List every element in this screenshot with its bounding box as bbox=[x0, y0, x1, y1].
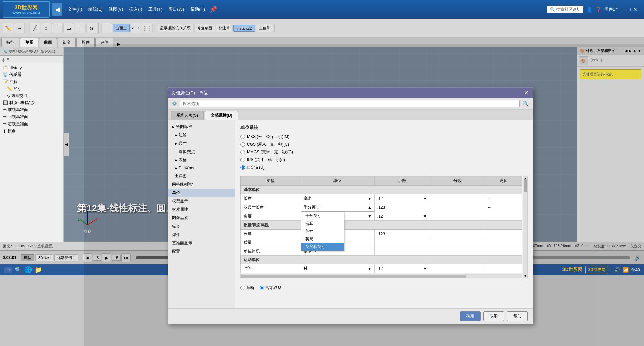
cell-length-unit[interactable]: 毫米 ▼ bbox=[301, 194, 374, 203]
tab-document-props[interactable]: 文档属性(D) bbox=[205, 111, 238, 120]
dlg-item-grid[interactable]: 网格线/捕捉 bbox=[168, 180, 235, 189]
tree-item-history[interactable]: 📋 History bbox=[0, 65, 63, 71]
radio-input-mks[interactable] bbox=[240, 135, 245, 139]
dlg-item-sheetmetal[interactable]: 钣金 bbox=[168, 222, 235, 231]
tree-item-annotation[interactable]: 📝 注解 bbox=[0, 78, 63, 85]
radio-input-truncate[interactable] bbox=[240, 286, 245, 290]
search-community[interactable]: 🔍 搜索社区论坛 bbox=[547, 6, 583, 13]
filter-icon[interactable]: ⏚ bbox=[2, 57, 5, 62]
time-decimal-arrow[interactable]: ▼ bbox=[423, 266, 427, 271]
radio-input-custom[interactable] bbox=[240, 165, 245, 170]
surface-tab[interactable]: 曲面上 bbox=[113, 24, 130, 32]
taskbar-search-icon[interactable]: 🔍 bbox=[15, 267, 22, 273]
menu-window[interactable]: 窗口(W) bbox=[166, 5, 187, 14]
scroll-down-btn[interactable]: ▼ bbox=[524, 274, 527, 278]
text-btn[interactable]: T bbox=[75, 23, 86, 33]
taskbar-start[interactable]: ⊞ bbox=[4, 267, 12, 273]
tree-item-right-plane[interactable]: ▭ 右视基准面 bbox=[0, 120, 63, 128]
taskbar-edge-icon[interactable]: 🌐 bbox=[24, 266, 32, 274]
dlg-item-virtual[interactable]: 虚拟交点 bbox=[168, 148, 235, 156]
dlg-item-drawing-standard[interactable]: ▶ 绘图标准 bbox=[168, 122, 235, 131]
time-unit-arrow[interactable]: ▼ bbox=[368, 266, 372, 271]
dlg-item-material-props[interactable]: 材质属性 bbox=[168, 205, 235, 214]
radio-input-cgs[interactable] bbox=[240, 142, 245, 147]
sketch-draw-btn[interactable]: ✏️ bbox=[3, 23, 13, 33]
arc-btn[interactable]: ⌒ bbox=[52, 23, 63, 33]
dlg-item-detailing[interactable]: 出详图 bbox=[168, 172, 235, 180]
cancel-button[interactable]: 取消 bbox=[483, 311, 504, 321]
tree-item-front-plane[interactable]: ▭ 前视基准面 bbox=[0, 106, 63, 113]
cell-angle-decimal[interactable]: .12 ▼ bbox=[374, 212, 430, 221]
dlg-item-weldment[interactable]: 焊件 bbox=[168, 231, 235, 239]
search-btn[interactable]: 🔍 bbox=[522, 101, 529, 107]
cell-length-more[interactable]: ··· bbox=[485, 194, 522, 203]
dlg-item-dimxpert[interactable]: ▶ DimXpert bbox=[168, 164, 235, 172]
menu-file[interactable]: 文件(F) bbox=[65, 5, 85, 14]
dlg-item-annotation[interactable]: ▶ 注解 bbox=[168, 131, 235, 139]
horiz-scrollbar[interactable] bbox=[240, 274, 522, 278]
mirror-btn[interactable]: ⟺ bbox=[130, 23, 141, 33]
color-sketch-btn[interactable]: 上色草 bbox=[256, 24, 273, 32]
opt-mil[interactable]: 密耳 bbox=[301, 220, 344, 228]
menu-edit[interactable]: 编辑(E) bbox=[86, 5, 105, 14]
menu-view[interactable]: 视图(V) bbox=[106, 5, 126, 14]
radio-custom[interactable]: 自定义(U) bbox=[240, 165, 528, 170]
back-nav-icon[interactable]: ◀ bbox=[52, 3, 62, 16]
radio-input-round-zero[interactable] bbox=[260, 286, 264, 290]
length-decimal-arrow[interactable]: ▼ bbox=[423, 196, 427, 201]
rect-btn[interactable]: ▭ bbox=[63, 23, 74, 33]
smart-dim-btn[interactable]: ↔️ bbox=[14, 23, 25, 33]
dlg-item-image-quality[interactable]: 图像品质 bbox=[168, 214, 235, 222]
scroll-up-btn[interactable]: ▲ bbox=[524, 176, 527, 180]
tree-item-virtual[interactable]: ◇ 虚拟交点 bbox=[0, 92, 63, 99]
cell-dual-more[interactable]: ··· bbox=[485, 203, 522, 212]
radio-mks[interactable]: MKS (米、公斤、秒)(M) bbox=[240, 134, 528, 140]
taskbar-folder-icon[interactable]: 📁 bbox=[35, 266, 42, 274]
help-button[interactable]: 帮助 bbox=[507, 311, 528, 321]
tree-item-sensor[interactable]: 📡 传感器 bbox=[0, 71, 63, 78]
dlg-item-dimension[interactable]: ▶ 尺寸 bbox=[168, 139, 235, 148]
maximize-btn[interactable]: □ bbox=[628, 7, 631, 12]
ok-button[interactable]: 确定 bbox=[460, 311, 481, 321]
dlg-item-model-display[interactable]: 模型显示 bbox=[168, 197, 235, 205]
tab-system-options[interactable]: 系统选项(S) bbox=[171, 111, 204, 120]
cell-length-decimal[interactable]: .12 ▼ bbox=[374, 194, 430, 203]
tab-sheetmetal[interactable]: 钣金 bbox=[58, 38, 76, 47]
dlg-item-table[interactable]: ▶ 表格 bbox=[168, 156, 235, 164]
mode-model-tab[interactable]: 模型 bbox=[21, 254, 34, 261]
opt-inch[interactable]: 英寸 bbox=[301, 228, 344, 235]
search-options-input[interactable] bbox=[180, 100, 520, 107]
cell-dual-unit[interactable]: 千分英寸 ▲ 千分英寸 密耳 英寸 英尺 英尺和英寸 bbox=[301, 203, 374, 212]
dlg-item-config[interactable]: 配置 bbox=[168, 247, 235, 256]
cell-time-unit[interactable]: 秒 ▼ bbox=[301, 264, 374, 273]
menu-tools[interactable]: 工具(T) bbox=[146, 5, 165, 14]
show-delete-relations-btn[interactable]: 显示/删除几何关系 bbox=[157, 24, 194, 32]
quick-sketch-btn[interactable]: 快速草 bbox=[216, 24, 233, 32]
close-btn-app[interactable]: ✕ bbox=[633, 7, 637, 12]
line-btn[interactable]: ╱ bbox=[29, 23, 40, 33]
radio-input-mmgs[interactable] bbox=[240, 150, 245, 154]
equal-btn[interactable]: ═ bbox=[101, 23, 112, 33]
mode-3dview-tab[interactable]: 3D视图 bbox=[35, 254, 53, 261]
menu-help[interactable]: 帮助(H) bbox=[187, 5, 208, 14]
tree-item-top-plane[interactable]: ▭ 上视基准面 bbox=[0, 113, 63, 120]
dual-unit-arrow-up[interactable]: ▲ bbox=[368, 205, 372, 210]
cell-time-decimal[interactable]: .12 ▼ bbox=[374, 264, 430, 273]
repair-sketch-btn[interactable]: 修复草图 bbox=[194, 24, 215, 32]
left-nav-arrow[interactable]: ◀ bbox=[64, 133, 69, 156]
mode-calc-tab[interactable]: 运动算例 1 bbox=[54, 254, 78, 261]
circle-btn[interactable]: ○ bbox=[41, 23, 51, 33]
tree-item-material[interactable]: 🔲 材质 <未指定> bbox=[0, 99, 63, 106]
tab-feature[interactable]: 特征 bbox=[1, 38, 19, 47]
radio-cgs[interactable]: CGS (厘米、克、秒)(C) bbox=[240, 142, 528, 147]
length-unit-dropdown-arrow[interactable]: ▼ bbox=[368, 196, 372, 201]
cell-mlength-decimal[interactable]: .123 bbox=[374, 230, 430, 238]
opt-foot-inch[interactable]: 英尺和英寸 bbox=[301, 243, 344, 251]
dlg-item-plane-display[interactable]: 基准面显示 bbox=[168, 239, 235, 247]
radio-input-ips[interactable] bbox=[240, 158, 245, 162]
radio-ips[interactable]: IPS (英寸、磅、秒)(I) bbox=[240, 157, 528, 163]
dialog-close-btn[interactable]: ✕ bbox=[523, 90, 530, 96]
tab-sketch[interactable]: 草图 bbox=[20, 38, 38, 47]
spline-btn[interactable]: S bbox=[86, 23, 97, 33]
linear-array-btn[interactable]: ⋮⋮ bbox=[142, 23, 153, 33]
